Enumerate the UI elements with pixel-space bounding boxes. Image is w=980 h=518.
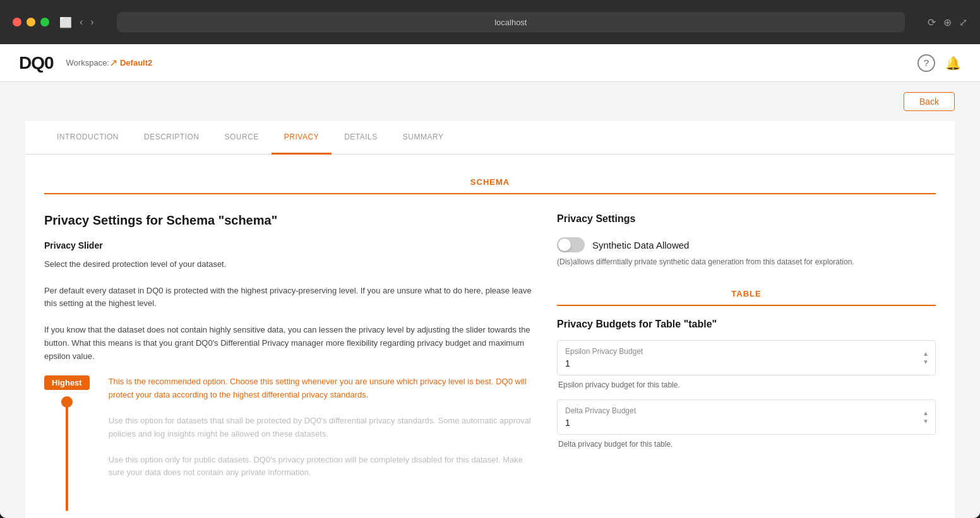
traffic-lights <box>13 18 49 26</box>
main-content: Back INTRODUCTION DESCRIPTION SOURCE PRI… <box>0 82 980 518</box>
back-nav-icon[interactable]: ‹ <box>80 16 83 28</box>
epsilon-down-icon[interactable]: ▼ <box>923 358 929 365</box>
epsilon-up-icon[interactable]: ▲ <box>923 350 929 357</box>
browser-icon-3[interactable]: ⤢ <box>959 16 967 28</box>
delta-help: Delta privacy budget for this table. <box>557 440 936 449</box>
slider-track[interactable] <box>66 397 68 511</box>
browser-toolbar: ⬜ ‹ › <box>59 16 94 28</box>
delta-down-icon[interactable]: ▼ <box>923 418 929 425</box>
delta-label: Delta Privacy Budget <box>565 406 928 415</box>
content-card: INTRODUCTION DESCRIPTION SOURCE PRIVACY … <box>25 121 955 518</box>
slider-desc-line2: Per default every dataset in DQ0 is prot… <box>44 286 532 309</box>
slider-fill <box>66 397 68 511</box>
privacy-level-text-2: Use this option only for public datasets… <box>109 454 532 480</box>
epsilon-input-group: Epsilon Privacy Budget 1 ▲ ▼ <box>557 340 936 375</box>
back-bar: Back <box>0 82 980 121</box>
slider-thumb[interactable] <box>61 396 73 408</box>
app-logo: DQ0 <box>19 53 54 73</box>
privacy-level-text-1: Use this option for datasets that shall … <box>109 415 532 441</box>
slider-track-area: Highest <box>44 375 90 514</box>
browser-right-controls: ⟳ ⊕ ⤢ <box>928 16 967 28</box>
synthetic-data-toggle[interactable] <box>557 237 585 252</box>
back-button[interactable]: Back <box>904 92 955 111</box>
workspace-label: Workspace: <box>66 58 109 68</box>
tab-source[interactable]: SOURCE <box>212 121 272 155</box>
slider-desc-line1: Select the desired protection level of y… <box>44 259 226 269</box>
privacy-level-medium: Use this option for datasets that shall … <box>109 415 532 441</box>
address-text: localhost <box>494 18 527 27</box>
header-right-icons: ? 🔔 <box>917 54 961 72</box>
close-button[interactable] <box>13 18 21 26</box>
tab-privacy[interactable]: PRIVACY <box>272 121 332 155</box>
delta-up-icon[interactable]: ▲ <box>923 409 929 416</box>
slider-heading: Privacy Slider <box>44 240 532 250</box>
privacy-level-low: Use this option only for public datasets… <box>109 454 532 480</box>
browser-icon-1[interactable]: ⟳ <box>928 16 936 28</box>
tab-details[interactable]: DETAILS <box>332 121 390 155</box>
schema-section: SCHEMA <box>25 155 955 194</box>
right-column: Privacy Settings Synthetic Data Allowed … <box>557 213 936 514</box>
browser-chrome: ⬜ ‹ › localhost ⟳ ⊕ ⤢ <box>0 0 980 44</box>
delta-value[interactable]: 1 <box>565 418 928 428</box>
minimize-button[interactable] <box>27 18 35 26</box>
toggle-description: (Dis)allows differntially private synthe… <box>557 257 936 266</box>
app-window: DQ0 Workspace: ↗ Default2 ? 🔔 Back INTRO… <box>0 44 980 518</box>
tab-summary[interactable]: SUMMARY <box>390 121 457 155</box>
workspace-arrow-icon: ↗ <box>109 57 117 69</box>
app-header: DQ0 Workspace: ↗ Default2 ? 🔔 <box>0 44 980 82</box>
help-icon[interactable]: ? <box>917 54 935 72</box>
privacy-level-highest: This is the recommended option. Choose t… <box>109 375 532 402</box>
epsilon-spinner[interactable]: ▲ ▼ <box>923 350 929 365</box>
slider-container: Highest This is the recommended option. … <box>44 375 532 514</box>
slider-description: Select the desired protection level of y… <box>44 258 532 363</box>
toggle-thumb <box>558 238 571 251</box>
two-col-layout: Privacy Settings for Schema "schema" Pri… <box>25 207 955 518</box>
slider-desc-line3: If you know that the dataset does not co… <box>44 325 530 361</box>
slider-value-badge: Highest <box>44 375 90 390</box>
privacy-levels-list: This is the recommended option. Choose t… <box>109 375 532 492</box>
maximize-button[interactable] <box>40 18 49 26</box>
table-divider <box>557 305 936 306</box>
epsilon-label: Epsilon Privacy Budget <box>565 347 928 356</box>
schema-title: SCHEMA <box>44 167 936 193</box>
right-heading: Privacy Settings <box>557 213 936 225</box>
sidebar-toggle-icon[interactable]: ⬜ <box>59 16 72 28</box>
privacy-level-text-0: This is the recommended option. Choose t… <box>109 375 532 402</box>
notification-bell-icon[interactable]: 🔔 <box>945 56 961 71</box>
epsilon-value[interactable]: 1 <box>565 358 928 368</box>
tab-description[interactable]: DESCRIPTION <box>131 121 212 155</box>
table-section-title: TABLE <box>557 279 936 305</box>
delta-input-group: Delta Privacy Budget 1 ▲ ▼ <box>557 399 936 435</box>
epsilon-help: Epsilon privacy budget for this table. <box>557 380 936 389</box>
toggle-row: Synthetic Data Allowed <box>557 237 936 252</box>
left-column: Privacy Settings for Schema "schema" Pri… <box>44 213 532 514</box>
page-title: Privacy Settings for Schema "schema" <box>44 213 532 228</box>
table-heading: Privacy Budgets for Table "table" <box>557 319 936 330</box>
browser-icon-2[interactable]: ⊕ <box>943 16 952 28</box>
delta-spinner[interactable]: ▲ ▼ <box>923 409 929 425</box>
workspace-name[interactable]: Default2 <box>120 58 152 68</box>
schema-divider <box>44 193 936 194</box>
forward-nav-icon[interactable]: › <box>90 16 93 28</box>
toggle-label: Synthetic Data Allowed <box>592 240 689 250</box>
address-bar[interactable]: localhost <box>117 12 905 32</box>
tab-introduction[interactable]: INTRODUCTION <box>44 121 131 155</box>
tabs-bar: INTRODUCTION DESCRIPTION SOURCE PRIVACY … <box>25 121 955 155</box>
